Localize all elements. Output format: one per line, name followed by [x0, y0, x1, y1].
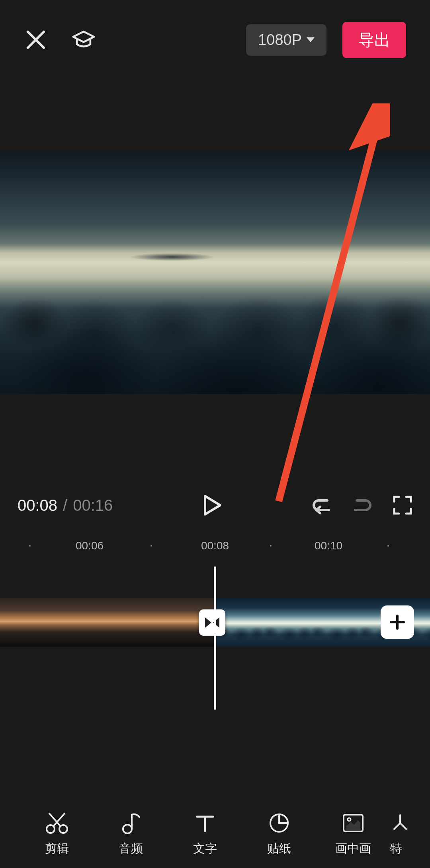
- tutorial-button[interactable]: [72, 28, 96, 52]
- tool-edit[interactable]: 剪辑: [20, 812, 94, 857]
- transition-icon: [204, 617, 220, 629]
- ruler-tick: 00:06: [76, 539, 104, 552]
- time-separator: /: [63, 496, 67, 514]
- effects-icon: [390, 812, 410, 834]
- resolution-selector[interactable]: 1080P: [246, 24, 326, 56]
- picture-in-picture-icon: [342, 812, 364, 834]
- tool-sticker[interactable]: 贴纸: [242, 812, 316, 857]
- add-clip-button[interactable]: [381, 605, 414, 639]
- ruler-tick: 00:10: [315, 539, 342, 552]
- redo-icon: [352, 495, 373, 516]
- undo-icon: [311, 495, 332, 516]
- graduation-cap-icon: [72, 27, 96, 53]
- sticker-icon: [268, 812, 290, 834]
- play-button[interactable]: [203, 494, 222, 516]
- header-left: [24, 28, 96, 52]
- tool-pip[interactable]: 画中画: [316, 812, 390, 857]
- timeline-ruler[interactable]: 00:06 00:08 00:10: [0, 533, 430, 559]
- svg-point-6: [348, 818, 351, 821]
- tool-label: 剪辑: [45, 841, 69, 857]
- svg-point-3: [123, 825, 132, 833]
- playhead[interactable]: [214, 566, 216, 710]
- plus-icon: [389, 613, 406, 631]
- ruler-dot: [29, 545, 31, 547]
- resolution-label: 1080P: [258, 31, 302, 49]
- tool-label: 特: [390, 841, 402, 857]
- app-header: 1080P 导出: [0, 0, 430, 80]
- transition-button[interactable]: [199, 609, 225, 636]
- ruler-dot: [150, 545, 152, 547]
- clip-1[interactable]: [0, 598, 215, 647]
- redo-button[interactable]: [352, 495, 373, 516]
- close-button[interactable]: [24, 28, 48, 52]
- play-icon: [203, 494, 222, 516]
- tool-audio[interactable]: 音频: [94, 812, 168, 857]
- text-icon: [195, 812, 215, 834]
- scissors-icon: [45, 812, 68, 834]
- undo-button[interactable]: [311, 495, 332, 516]
- tool-label: 贴纸: [267, 841, 291, 857]
- fullscreen-button[interactable]: [393, 495, 412, 515]
- time-current: 00:08: [18, 496, 57, 514]
- ruler-dot: [270, 545, 272, 547]
- export-label: 导出: [358, 31, 390, 49]
- time-display: 00:08 / 00:16: [18, 496, 113, 514]
- ruler-dot: [387, 545, 389, 547]
- header-right: 1080P 导出: [246, 22, 406, 58]
- tool-label: 文字: [193, 841, 217, 857]
- timeline[interactable]: [0, 570, 430, 698]
- tool-label: 音频: [119, 841, 143, 857]
- bottom-toolbar: 剪辑 音频 文字 贴纸 画中画 特: [0, 812, 430, 857]
- chevron-down-icon: [307, 37, 315, 42]
- tool-label: 画中画: [335, 841, 371, 857]
- music-note-icon: [121, 812, 141, 834]
- ruler-tick: 00:08: [201, 539, 229, 552]
- playbar: 00:08 / 00:16: [0, 477, 430, 533]
- tool-text[interactable]: 文字: [168, 812, 242, 857]
- tool-effects[interactable]: 特: [390, 812, 414, 857]
- time-total: 00:16: [73, 496, 113, 514]
- export-button[interactable]: 导出: [342, 22, 406, 58]
- fullscreen-icon: [393, 495, 412, 515]
- close-icon: [25, 29, 46, 50]
- video-preview[interactable]: [0, 151, 430, 394]
